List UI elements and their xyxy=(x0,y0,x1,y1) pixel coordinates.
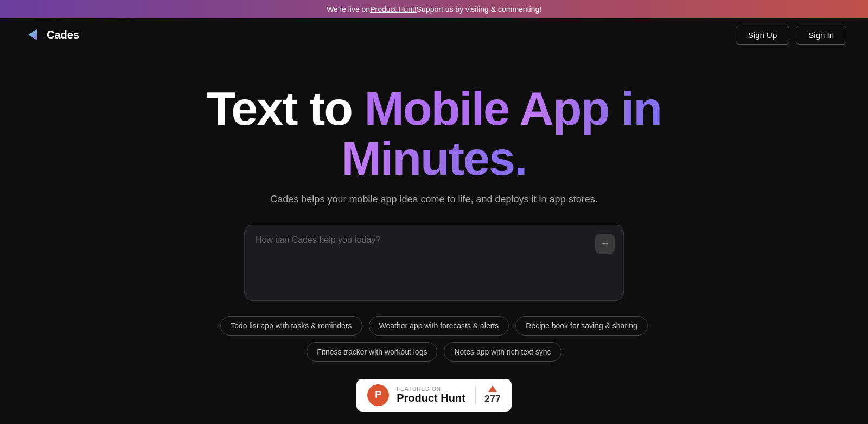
ph-vote-count: 277 xyxy=(484,394,501,405)
prompt-textarea[interactable] xyxy=(256,235,615,284)
ph-logo-circle: P xyxy=(367,384,389,406)
top-banner: We're live on Product Hunt! Support us b… xyxy=(0,0,868,18)
hero-title-line2: Minutes. xyxy=(342,131,527,185)
logo-text: Cades xyxy=(47,29,79,41)
banner-text-after: Support us by visiting & commenting! xyxy=(417,5,541,14)
hero-title: Text to Mobile App in Minutes. xyxy=(207,84,661,184)
hero-section: Text to Mobile App in Minutes. Cades hel… xyxy=(0,51,868,412)
ph-title: Product Hunt xyxy=(397,392,465,404)
ph-text-block: FEATURED ON Product Hunt xyxy=(397,386,465,404)
ph-featured-label: FEATURED ON xyxy=(397,386,465,392)
hero-title-text: Text to Mobile App in xyxy=(207,81,661,135)
navbar: Cades Sign Up Sign In xyxy=(0,18,868,51)
ph-votes: 277 xyxy=(475,385,501,405)
prompt-input-container: → xyxy=(244,225,624,301)
chip-notes[interactable]: Notes app with rich text sync xyxy=(444,342,561,362)
chip-todo[interactable]: Todo list app with tasks & reminders xyxy=(220,316,362,336)
signup-button[interactable]: Sign Up xyxy=(736,26,789,45)
signin-button[interactable]: Sign In xyxy=(796,26,846,45)
product-hunt-badge[interactable]: P FEATURED ON Product Hunt 277 xyxy=(356,379,512,412)
chip-weather[interactable]: Weather app with forecasts & alerts xyxy=(369,316,509,336)
chips-row-2: Fitness tracker with workout logs Notes … xyxy=(307,342,561,362)
prompt-submit-button[interactable]: → xyxy=(595,234,615,254)
submit-arrow-icon: → xyxy=(600,238,610,249)
chips-row-1: Todo list app with tasks & reminders Wea… xyxy=(220,316,648,336)
navbar-buttons: Sign Up Sign In xyxy=(736,26,846,45)
ph-badge-inner[interactable]: P FEATURED ON Product Hunt 277 xyxy=(356,379,512,412)
hero-subtitle: Cades helps your mobile app idea come to… xyxy=(270,194,597,205)
banner-link[interactable]: Product Hunt! xyxy=(370,5,417,14)
chip-fitness[interactable]: Fitness tracker with workout logs xyxy=(307,342,437,362)
banner-text-before: We're live on xyxy=(327,5,370,14)
cades-logo-icon xyxy=(22,25,41,45)
chip-recipe[interactable]: Recipe book for saving & sharing xyxy=(515,316,647,336)
ph-triangle-icon xyxy=(488,385,497,392)
navbar-logo: Cades xyxy=(22,25,79,45)
